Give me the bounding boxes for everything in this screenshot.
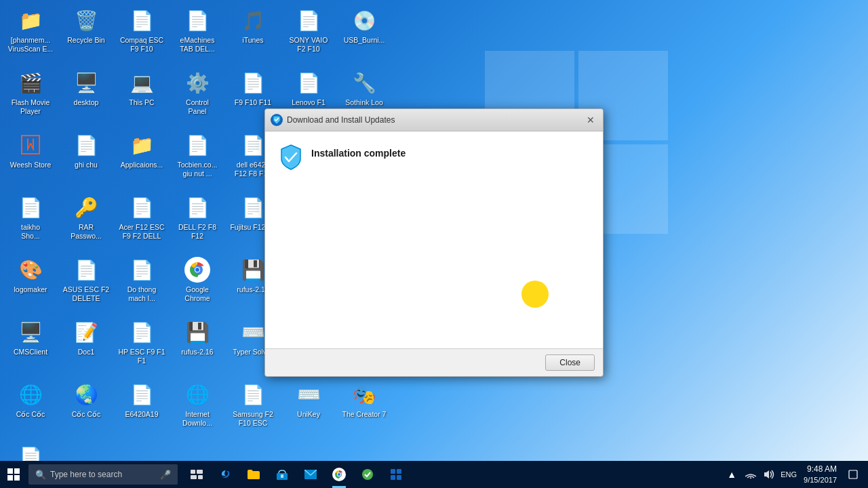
icon-desktop-label: desktop — [74, 98, 99, 107]
icon-control[interactable]: ⚙️ ControlPanel — [170, 66, 224, 127]
icon-thispc[interactable]: 💻 This PC — [115, 66, 169, 127]
icon-doc1[interactable]: 📝 Doc1 — [59, 315, 113, 376]
icon-weesh[interactable]: 🅆 Weesh Store — [3, 128, 58, 189]
icon-acer-img: 📄 — [128, 194, 155, 221]
dialog-title-left: Download and Install Updates — [271, 114, 395, 126]
search-icon: 🔍 — [35, 470, 46, 480]
icon-lenovo-img: 📄 — [295, 69, 322, 96]
mail-button[interactable] — [297, 461, 324, 488]
icon-flash[interactable]: 🎬 Flash Movie Player — [3, 66, 58, 127]
icon-thispc-label: This PC — [129, 98, 154, 107]
icon-creator7[interactable]: 🎭 The Creator 7 — [337, 378, 391, 439]
svg-rect-26 — [397, 469, 401, 474]
clock-date: 9/15/2017 — [804, 475, 837, 485]
desktop: 📁 [phanmem...VirusScan E... 🗑️ Recycle B… — [0, 0, 868, 461]
icon-fujitsu-img: 📄 — [239, 194, 267, 221]
taskbar-clock[interactable]: 9:48 AM 9/15/2017 — [800, 464, 841, 485]
icon-usb[interactable]: 💿 USB_Burni... — [337, 3, 391, 64]
microphone-icon: 🎤 — [160, 470, 171, 480]
icon-dothong[interactable]: 📄 Do thongmach l... — [115, 253, 169, 314]
svg-rect-30 — [849, 470, 857, 479]
icon-flash-img: 🎬 — [17, 69, 44, 96]
icon-coccoc[interactable]: 🌏 Cốc Cốc — [59, 378, 113, 439]
network-icon[interactable] — [743, 461, 759, 488]
icon-sony[interactable]: 📄 SONY VAIOF2 F10 — [281, 3, 336, 64]
icon-e6420[interactable]: 📄 E6420A19 — [115, 378, 169, 439]
icon-recycle[interactable]: 🗑️ Recycle Bin — [59, 3, 113, 64]
icon-samsung[interactable]: 📄 Samsung F2F10 ESC — [226, 378, 280, 439]
icon-chrome-img — [184, 256, 211, 283]
icon-internet-img: 🌐 — [184, 381, 211, 408]
svg-rect-13 — [191, 470, 195, 474]
icon-emachines[interactable]: 📄 eMachinesTAB DEL... — [170, 3, 224, 64]
icon-control-label: ControlPanel — [186, 98, 209, 115]
icon-taikh-label: taikhoSho... — [21, 223, 40, 240]
icon-tocbien-img: 📄 — [184, 131, 211, 159]
store-button[interactable] — [269, 461, 296, 488]
icon-internet-label: InternetDownlo... — [182, 410, 212, 427]
icon-ghichu[interactable]: 📄 ghi chu — [59, 128, 113, 189]
icon-dell2[interactable]: 📄 DELL F2 F8F12 — [170, 190, 224, 251]
icon-compaq[interactable]: 📄 Compaq ESCF9 F10 — [115, 3, 169, 64]
taskbar-search-bar[interactable]: 🔍 Type here to search 🎤 — [28, 464, 178, 485]
notification-button[interactable] — [844, 461, 863, 488]
svg-point-23 — [338, 473, 340, 476]
icon-internet[interactable]: 🌐 InternetDownlo... — [170, 378, 224, 439]
icon-logomaker[interactable]: 🎨 logomaker — [3, 253, 58, 314]
dialog-close-x-button[interactable]: ✕ — [584, 113, 597, 127]
icon-acer-label: Acer F12 ESCF9 F2 DELL — [119, 223, 164, 240]
icon-desktop[interactable]: 🖥️ desktop — [59, 66, 113, 127]
icon-acer[interactable]: 📄 Acer F12 ESCF9 F2 DELL — [115, 190, 169, 251]
icon-network[interactable]: 🌐 Cốc Cốc — [3, 378, 58, 439]
file-explorer-button[interactable] — [240, 461, 267, 488]
start-button[interactable] — [0, 461, 27, 488]
svg-rect-25 — [391, 469, 395, 474]
svg-rect-27 — [391, 475, 395, 480]
language-indicator[interactable]: ENG — [781, 461, 797, 488]
icon-emachines-img: 📄 — [184, 7, 211, 34]
icon-creator7-img: 🎭 — [351, 381, 378, 408]
show-hidden-icons-button[interactable]: ▲ — [724, 461, 740, 488]
icon-sony-label: SONY VAIOF2 F10 — [290, 36, 328, 53]
icon-unikey[interactable]: ⌨️ UniKey — [281, 378, 336, 439]
dialog-titlebar: Download and Install Updates ✕ — [265, 109, 603, 131]
extra-taskbar-button[interactable] — [382, 461, 410, 488]
icon-itunes-img: 🎵 — [239, 7, 267, 34]
dialog-close-button[interactable]: Close — [545, 354, 595, 371]
icon-typer-img: ⌨️ — [239, 319, 267, 346]
icon-rar-label: RARPasswo... — [71, 223, 102, 240]
svg-rect-15 — [191, 475, 197, 479]
icon-dothong-label: Do thongmach l... — [127, 285, 157, 302]
icon-ghichu-img: 📄 — [73, 131, 100, 159]
svg-point-29 — [750, 477, 751, 479]
search-placeholder-text: Type here to search — [50, 470, 122, 479]
taskbar: 🔍 Type here to search 🎤 — [0, 461, 868, 488]
taskbar-system-tray: ▲ ENG 9:48 AM 9/15/2017 — [724, 461, 868, 488]
volume-icon[interactable] — [762, 461, 778, 488]
security-taskbar-button[interactable] — [354, 461, 381, 488]
edge-browser-button[interactable] — [212, 461, 239, 488]
icon-itunes[interactable]: 🎵 iTunes — [226, 3, 280, 64]
icon-chrome[interactable]: Google Chrome — [170, 253, 224, 314]
icon-hp[interactable]: 📄 HP ESC F9 F1F1 — [115, 315, 169, 376]
icon-coccoc-label: Cốc Cốc — [72, 410, 101, 419]
icon-tocbien[interactable]: 📄 Tocbien.co...giu nut ... — [170, 128, 224, 189]
svg-rect-10 — [14, 468, 20, 474]
icon-0985[interactable]: 📄 0985004864 — [3, 440, 58, 461]
icon-taikh[interactable]: 📄 taikhoSho... — [3, 190, 58, 251]
icon-phanmem[interactable]: 📁 [phanmem...VirusScan E... — [3, 3, 58, 64]
icon-asus[interactable]: 📄 ASUS ESC F2DELETE — [59, 253, 113, 314]
dialog-shield-icon — [279, 145, 303, 169]
svg-point-8 — [195, 268, 199, 272]
chrome-taskbar-button[interactable] — [326, 461, 353, 488]
icon-cmsclient[interactable]: 🖥️ CMSClient — [3, 315, 58, 376]
icon-dell2-img: 📄 — [184, 194, 211, 221]
icon-doc1-label: Doc1 — [78, 348, 95, 357]
icon-applications[interactable]: 📁 Applicaions... — [115, 128, 169, 189]
dialog-title-text: Download and Install Updates — [287, 115, 395, 125]
icon-rar[interactable]: 🔑 RARPasswo... — [59, 190, 113, 251]
svg-rect-28 — [397, 475, 401, 480]
icon-rufus2-img: 💾 — [184, 319, 211, 346]
task-view-button[interactable] — [183, 461, 210, 488]
icon-rufus2[interactable]: 💾 rufus-2.16 — [170, 315, 224, 376]
